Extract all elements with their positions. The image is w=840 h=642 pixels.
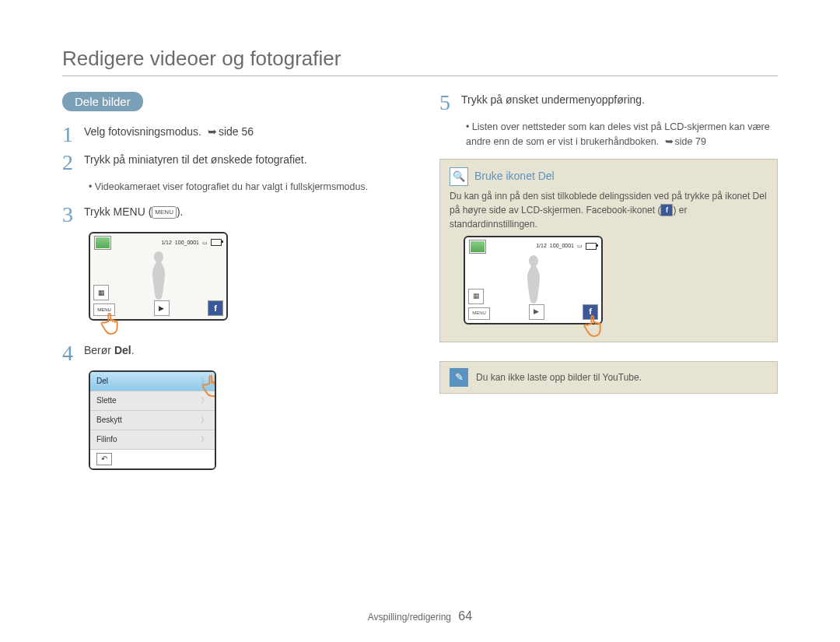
chevron-right-icon: 〉 — [201, 434, 208, 445]
listmenu-item-slette[interactable]: Slette〉 — [90, 391, 215, 410]
step-2: 2 Trykk på miniatyren til det ønskede fo… — [62, 152, 401, 174]
step-1-text: Velg fotovisningsmodus. — [84, 125, 205, 138]
listmenu-item-label: Beskytt — [96, 416, 122, 424]
step-3: 3 Trykk MENU (MENU). — [62, 204, 401, 226]
grid-view-icon[interactable]: ▦ — [93, 285, 109, 300]
lcd-screen-step3: 1/12 100_0001 ▭ ▦ MENU ▶ — [89, 232, 228, 321]
page-ref-arrow — [205, 125, 219, 138]
step-4: 4 Berør Del. — [62, 342, 401, 364]
menu-button-icon: MENU — [152, 206, 177, 219]
step-4-bold: Del — [114, 344, 131, 356]
lcd-counter: 1/12 — [536, 242, 547, 251]
step-1: 1 Velg fotovisningsmodus. side 56 — [62, 124, 401, 146]
step-5-number: 5 — [439, 92, 461, 114]
step-5-bullet: • Listen over nettsteder som kan deles v… — [466, 120, 778, 149]
lcd-screen-tip: 1/12 100_0001 ▭ ▦ MENU — [464, 236, 603, 325]
step-5-text: Trykk på ønsket undermenyoppføring. — [461, 92, 778, 114]
listmenu-item-beskytt[interactable]: Beskytt〉 — [90, 410, 215, 430]
tip-body: Du kan gå inn på den sist tilkoblede del… — [450, 189, 768, 231]
step-4-number: 4 — [62, 342, 84, 364]
step-3-number: 3 — [62, 204, 84, 226]
play-mode-icon[interactable]: ▶ — [529, 304, 544, 320]
lcd-file: 100_0001 — [550, 242, 574, 251]
step-1-pageref: side 56 — [219, 125, 254, 138]
page-footer: Avspilling/redigering 64 — [0, 609, 840, 623]
note-icon: ✎ — [450, 368, 468, 387]
menu-button[interactable]: MENU — [468, 307, 490, 320]
facebook-share-icon[interactable]: f — [208, 300, 223, 316]
lcd-file: 100_0001 — [175, 240, 199, 245]
lcd-counter: 1/12 — [161, 240, 172, 245]
tap-hand-icon — [199, 370, 216, 398]
step-2-bullet: • Videokameraet viser fotografiet du har… — [89, 180, 401, 195]
card-icon: ▭ — [577, 242, 583, 251]
step-1-number: 1 — [62, 124, 84, 146]
step-4-text-b: . — [131, 344, 135, 356]
note-text: Du kan ikke laste opp bilder til YouTube… — [476, 372, 642, 383]
tap-hand-icon — [581, 309, 611, 339]
title-divider — [62, 75, 778, 76]
step-2-number: 2 — [62, 152, 84, 174]
step-2-bullet-text: Videokameraet viser fotografiet du har v… — [95, 181, 368, 192]
listmenu-item-label: Filinfo — [96, 435, 117, 444]
lcd-thumbnail-icon — [95, 237, 110, 249]
step-3-text-b: ). — [177, 205, 184, 218]
tip-heading: Bruke ikonet Del — [474, 168, 555, 184]
page-ref-arrow — [662, 136, 675, 147]
battery-icon — [586, 243, 597, 250]
tip-body-a: Du kan gå inn på den sist tilkoblede del… — [450, 191, 767, 216]
listmenu-item-label: Slette — [96, 396, 117, 405]
listmenu-item-del[interactable]: Del〉 — [90, 372, 215, 391]
step-4-text-a: Berør — [84, 344, 114, 356]
card-icon: ▭ — [202, 240, 208, 246]
play-mode-icon[interactable]: ▶ — [154, 300, 170, 316]
listmenu-back-row[interactable]: ↶ — [90, 449, 215, 468]
tap-hand-icon — [98, 307, 128, 336]
listmenu-item-label: Del — [96, 377, 108, 385]
step-5: 5 Trykk på ønsket undermenyoppføring. — [439, 92, 778, 114]
note-bar: ✎ Du kan ikke laste opp bilder til YouTu… — [439, 361, 778, 394]
step-5-bullet-text: Listen over nettsteder som kan deles vis… — [466, 121, 770, 147]
footer-section: Avspilling/redigering — [368, 612, 451, 623]
lcd-listmenu: Del〉 Slette〉 Beskytt〉 Filinfo〉 ↶ — [89, 370, 216, 470]
listmenu-item-filinfo[interactable]: Filinfo〉 — [90, 430, 215, 449]
facebook-inline-icon: f — [660, 204, 673, 216]
page-title: Redigere videoer og fotografier — [62, 47, 778, 71]
section-heading-pill: Dele bilder — [62, 92, 143, 111]
tip-box: 🔍 Bruke ikonet Del Du kan gå inn på den … — [439, 159, 778, 342]
lcd-thumbnail-icon — [470, 240, 485, 253]
battery-icon — [211, 239, 222, 246]
grid-view-icon[interactable]: ▦ — [468, 289, 484, 304]
step-5-pageref: side 79 — [675, 136, 706, 147]
magnifier-icon: 🔍 — [450, 167, 468, 186]
left-column: Dele bilder 1 Velg fotovisningsmodus. si… — [62, 92, 401, 478]
chevron-right-icon: 〉 — [201, 415, 208, 426]
back-icon: ↶ — [96, 453, 112, 465]
step-2-text: Trykk på miniatyren til det ønskede foto… — [84, 152, 401, 174]
step-3-text-a: Trykk MENU ( — [84, 205, 152, 218]
footer-page-number: 64 — [458, 609, 472, 623]
right-column: 5 Trykk på ønsket undermenyoppføring. • … — [439, 92, 778, 478]
